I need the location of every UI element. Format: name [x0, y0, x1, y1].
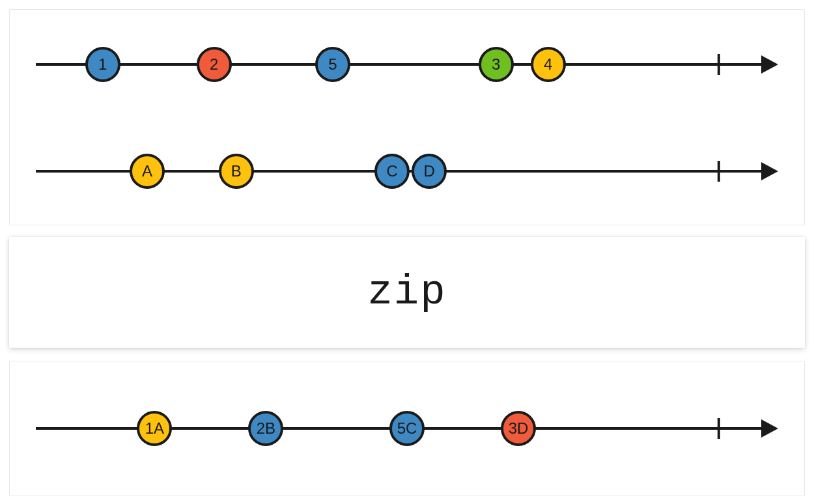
marble-result-5c: 5C	[389, 411, 425, 446]
marble-label: 3	[492, 57, 500, 72]
marble-label: 1	[98, 57, 107, 72]
marble-label: 2B	[257, 421, 275, 436]
marble-source-1-2: 2	[197, 47, 232, 82]
diagram-canvas: 12534 ABCD zip 1A2B5C3D	[0, 0, 814, 504]
marble-label: A	[142, 163, 152, 179]
marble-source-2-c: C	[374, 154, 410, 189]
marble-source-1-3: 3	[479, 47, 514, 82]
marble-source-1-1: 1	[85, 47, 120, 82]
marble-label: 1A	[145, 421, 164, 436]
svg-marker-5	[761, 162, 778, 180]
marble-label: B	[231, 163, 242, 179]
operator-label: zip	[367, 269, 446, 316]
marble-label: C	[387, 163, 398, 179]
marble-label: 4	[544, 57, 552, 72]
marble-source-2-d: D	[412, 154, 447, 189]
marble-label: 5C	[397, 421, 417, 436]
marble-source-1-4: 4	[531, 47, 566, 82]
marble-label: 2	[210, 57, 218, 72]
svg-marker-8	[761, 419, 778, 438]
marble-label: D	[424, 163, 435, 179]
marble-source-1-5: 5	[315, 47, 350, 82]
marble-source-2-a: A	[130, 154, 165, 189]
marble-result-2b: 2B	[248, 411, 283, 446]
output-panel: 1A2B5C3D	[9, 361, 805, 496]
marble-label: 5	[328, 57, 337, 72]
operator-box: zip	[9, 237, 805, 348]
timeline-axis	[36, 51, 778, 77]
marble-result-3d: 3D	[501, 411, 536, 446]
marble-label: 3D	[509, 421, 529, 436]
marble-result-1a: 1A	[137, 411, 172, 446]
marble-source-2-b: B	[219, 154, 254, 189]
inputs-panel: 12534 ABCD	[9, 9, 805, 225]
svg-marker-2	[761, 55, 778, 74]
